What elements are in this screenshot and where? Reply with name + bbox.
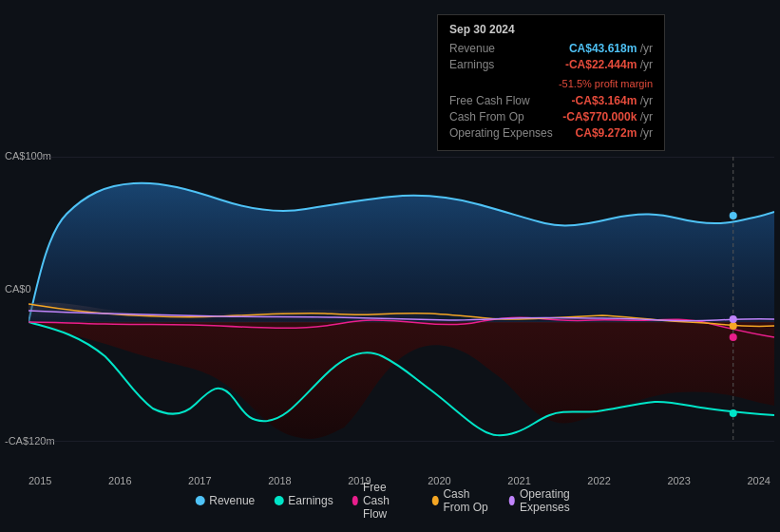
tooltip-label-revenue: Revenue	[449, 42, 495, 55]
svg-point-7	[730, 322, 737, 330]
legend-dot-opex	[509, 496, 515, 505]
tooltip-row-fcf: Free Cash Flow -CA$3.164m /yr	[449, 94, 653, 107]
x-label-2024: 2024	[747, 475, 770, 486]
tooltip-label-earnings: Earnings	[449, 58, 494, 71]
tooltip-date: Sep 30 2024	[449, 23, 653, 36]
x-label-2022: 2022	[587, 475, 610, 486]
earnings-area	[29, 322, 774, 439]
legend-dot-revenue	[195, 496, 204, 505]
tooltip-value-fcf: -CA$3.164m /yr	[572, 94, 653, 107]
svg-point-5	[730, 409, 737, 417]
tooltip-label-fcf: Free Cash Flow	[449, 94, 530, 107]
x-label-2015: 2015	[29, 475, 51, 486]
legend-dot-cashop	[432, 496, 438, 505]
legend-fcf[interactable]: Free Cash Flow	[352, 481, 413, 521]
legend-label-cashop: Cash From Op	[443, 487, 489, 514]
chart-container: Sep 30 2024 Revenue CA$43.618m /yr Earni…	[0, 0, 780, 532]
chart-svg	[29, 157, 774, 442]
tooltip-value-earnings: -CA$22.444m /yr	[565, 58, 653, 71]
tooltip-label-cashop: Cash From Op	[449, 110, 524, 124]
legend-dot-earnings	[274, 496, 283, 505]
legend-label-opex: Operating Expenses	[520, 487, 585, 514]
tooltip-value-opex: CA$9.272m /yr	[576, 126, 653, 140]
legend-label-revenue: Revenue	[209, 494, 255, 507]
svg-point-6	[730, 333, 737, 341]
revenue-area	[29, 183, 774, 322]
y-label-mid: CA$0	[5, 283, 31, 294]
tooltip-row-revenue: Revenue CA$43.618m /yr	[449, 42, 653, 55]
tooltip-profit-margin-value: -51.5% profit margin	[559, 78, 653, 89]
tooltip-value-revenue: CA$43.618m /yr	[569, 42, 653, 55]
legend-earnings[interactable]: Earnings	[274, 494, 333, 507]
tooltip-label-opex: Operating Expenses	[449, 126, 553, 140]
x-label-2016: 2016	[108, 475, 131, 486]
legend-opex[interactable]: Operating Expenses	[509, 487, 585, 514]
legend-revenue[interactable]: Revenue	[195, 494, 255, 507]
x-label-2023: 2023	[667, 475, 690, 486]
legend-label-fcf: Free Cash Flow	[363, 481, 413, 521]
tooltip-profit-margin: -51.5% profit margin	[449, 74, 653, 91]
tooltip: Sep 30 2024 Revenue CA$43.618m /yr Earni…	[437, 14, 665, 151]
tooltip-row-cashop: Cash From Op -CA$770.000k /yr	[449, 110, 653, 124]
legend-label-earnings: Earnings	[288, 494, 333, 507]
svg-point-4	[730, 212, 737, 219]
tooltip-row-earnings: Earnings -CA$22.444m /yr	[449, 58, 653, 71]
svg-point-8	[730, 315, 737, 323]
legend-cashop[interactable]: Cash From Op	[432, 487, 490, 514]
chart-legend: Revenue Earnings Free Cash Flow Cash Fro…	[195, 481, 585, 521]
tooltip-value-cashop: -CA$770.000k /yr	[562, 110, 653, 124]
tooltip-row-opex: Operating Expenses CA$9.272m /yr	[449, 126, 653, 140]
legend-dot-fcf	[352, 496, 358, 505]
